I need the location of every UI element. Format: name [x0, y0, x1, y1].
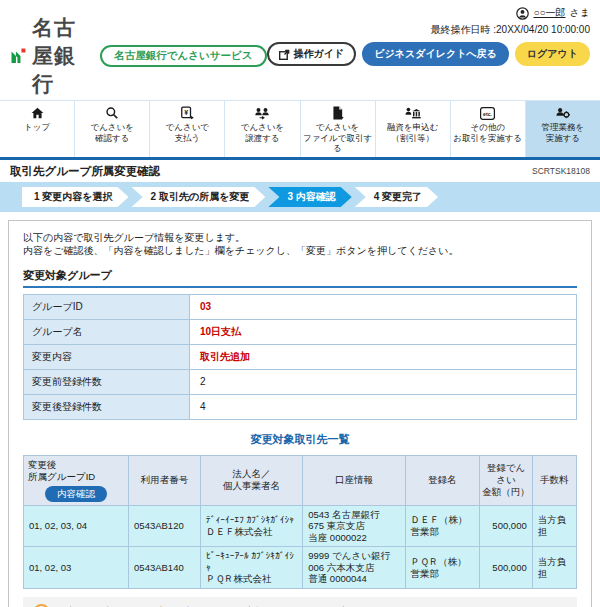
loan-icon [405, 105, 421, 120]
last-operation-time: 最終操作日時 :20XX/04/20 10:00:00 [267, 23, 590, 37]
user-name-link[interactable]: ○○一郎 [533, 6, 565, 20]
admin-icon [555, 105, 571, 120]
cell-account: 9999 でんさい銀行 006 六本木支店 普通 0000044 [303, 547, 405, 589]
cell-group-ids: 01, 02, 03 [24, 547, 129, 589]
row-value: 2 [189, 369, 576, 394]
col-header-amount: 登録でんさい 金額（円） [480, 455, 533, 505]
bank-name: 名古屋銀行 [32, 14, 90, 98]
col-header-fee: 手数料 [532, 455, 576, 505]
nav-pay-densai[interactable]: ¥ でんさいで支払う [149, 101, 224, 157]
row-value: 03 [189, 294, 576, 319]
instructions: 以下の内容で取引先グループ情報を変更します。 内容をご確認後、「内容を確認しまし… [23, 231, 577, 258]
cell-amount: 500,000 [480, 505, 533, 547]
yen-payment-icon: ¥ [180, 105, 194, 120]
row-value: 取引先追加 [189, 344, 576, 369]
table-row: 変更前登録件数 2 [24, 369, 577, 394]
row-label: 変更内容 [24, 344, 190, 369]
table-row: 変更内容 取引先追加 [24, 344, 577, 369]
page-header: 名古屋銀行 名古屋銀行でんさいサービス ○○一郎 さま 最終操作日時 :20XX… [0, 0, 600, 100]
confirmation-note-box: ! 内容をご確認後、「内容を確認しました」欄をチェックし、「変更」ボタンを押して… [23, 597, 577, 607]
nav-transfer-densai[interactable]: でんさいを譲渡する [224, 101, 299, 157]
brand: 名古屋銀行 名古屋銀行でんさいサービス [10, 14, 267, 98]
main-nav: トップ でんさいを確認する ¥ でんさいで支払う でんさいを譲渡する でんさいを… [0, 100, 600, 160]
col-header-name: 法人名／ 個人事業者名 [200, 455, 302, 505]
cell-user-number: 0543AB120 [129, 505, 201, 547]
table-row: グループ名 10日支払 [24, 319, 577, 344]
etc-icon: etc. [480, 105, 495, 120]
cell-fee: 当方負担 [532, 505, 576, 547]
service-badge: 名古屋銀行でんさいサービス [100, 45, 266, 67]
group-detail-table: グループID 03 グループ名 10日支払 変更内容 取引先追加 変更前登録件数… [23, 294, 577, 420]
step-1: 1 変更内容を選択 [22, 187, 129, 207]
guide-button[interactable]: 操作ガイド [267, 42, 357, 66]
search-icon [105, 105, 119, 120]
cell-amount: 500,000 [480, 547, 533, 589]
col-header-user-number: 利用者番号 [129, 455, 201, 505]
home-icon [30, 105, 45, 120]
table-row: 変更後登録件数 4 [24, 394, 577, 419]
cell-account: 0543 名古屋銀行 675 東京支店 当座 0000022 [303, 505, 405, 547]
cell-registered-name: ＤＥＦ（株）営業部 [405, 505, 480, 547]
user-line: ○○一郎 さま [267, 6, 590, 20]
header-right: ○○一郎 さま 最終操作日時 :20XX/04/20 10:00:00 操作ガイ… [267, 6, 590, 66]
page-title: 取引先グループ所属変更確認 [10, 164, 160, 179]
row-value: 4 [189, 394, 576, 419]
cell-user-number: 0543AB140 [129, 547, 201, 589]
col-header-registered-name: 登録名 [405, 455, 480, 505]
nav-top[interactable]: トップ [0, 101, 74, 157]
cell-registered-name: ＰＱＲ（株）営業部 [405, 547, 480, 589]
table-row: グループID 03 [24, 294, 577, 319]
content-confirm-button[interactable]: 内容確認 [45, 486, 107, 502]
nav-admin[interactable]: 管理業務を実施する [525, 101, 600, 157]
nav-check-densai[interactable]: でんさいを確認する [74, 101, 149, 157]
step-indicator: 1 変更内容を選択 2 取引先の所属を変更 3 内容確認 4 変更完了 [0, 182, 600, 212]
business-direct-button[interactable]: ビジネスダイレクトへ戻る [362, 42, 509, 66]
row-label: グループID [24, 294, 190, 319]
cell-group-ids: 01, 02, 03, 04 [24, 505, 129, 547]
table-row: 01, 02, 03 0543AB140 ﾋﾟｰｷｭｰｱｰﾙ ｶﾌﾞｼｷｶﾞｲｼ… [24, 547, 577, 589]
nav-loan[interactable]: 融資を申込む（割引等） [375, 101, 450, 157]
user-suffix: さま [570, 6, 590, 20]
content-panel: 以下の内容で取引先グループ情報を変更します。 内容をご確認後、「内容を確認しまし… [8, 220, 592, 607]
user-icon [516, 7, 529, 20]
group-section-title: 変更対象グループ [23, 268, 577, 288]
partner-list-title: 変更対象取引先一覧 [23, 432, 577, 447]
partner-table: 変更後 所属グループID 内容確認 利用者番号 法人名／ 個人事業者名 口座情報… [23, 455, 577, 589]
transfer-icon [254, 105, 270, 120]
cell-name: ﾋﾟｰｷｭｰｱｰﾙ ｶﾌﾞｼｷｶﾞｲｼｬ ＰＱＲ株式会社 [200, 547, 302, 589]
svg-text:¥: ¥ [184, 109, 188, 116]
nav-file-densai[interactable]: でんさいをファイルで取引する [300, 101, 375, 157]
nav-other[interactable]: etc. その他のお取引を実施する [450, 101, 525, 157]
logout-button[interactable]: ログアウト [515, 42, 590, 66]
step-4: 4 変更完了 [355, 187, 438, 207]
screen-id: SCRTSK18108 [532, 166, 590, 176]
row-label: 変更後登録件数 [24, 394, 190, 419]
bank-logo-icon [10, 41, 26, 71]
step-2: 2 取引先の所属を変更 [132, 187, 266, 207]
row-label: 変更前登録件数 [24, 369, 190, 394]
file-icon [331, 105, 344, 120]
row-value: 10日支払 [189, 319, 576, 344]
col-header-group-id: 変更後 所属グループID 内容確認 [24, 455, 129, 505]
step-3-active: 3 内容確認 [268, 187, 351, 207]
col-header-account: 口座情報 [303, 455, 405, 505]
row-label: グループ名 [24, 319, 190, 344]
svg-text:etc.: etc. [483, 111, 492, 117]
external-link-icon [279, 49, 290, 60]
cell-name: ﾃﾞｨｰｲｰｴﾌ ｶﾌﾞｼｷｶﾞｲｼｬ ＤＥＦ株式会社 [200, 505, 302, 547]
cell-fee: 当方負担 [532, 547, 576, 589]
table-row: 01, 02, 03, 04 0543AB120 ﾃﾞｨｰｲｰｴﾌ ｶﾌﾞｼｷｶ… [24, 505, 577, 547]
